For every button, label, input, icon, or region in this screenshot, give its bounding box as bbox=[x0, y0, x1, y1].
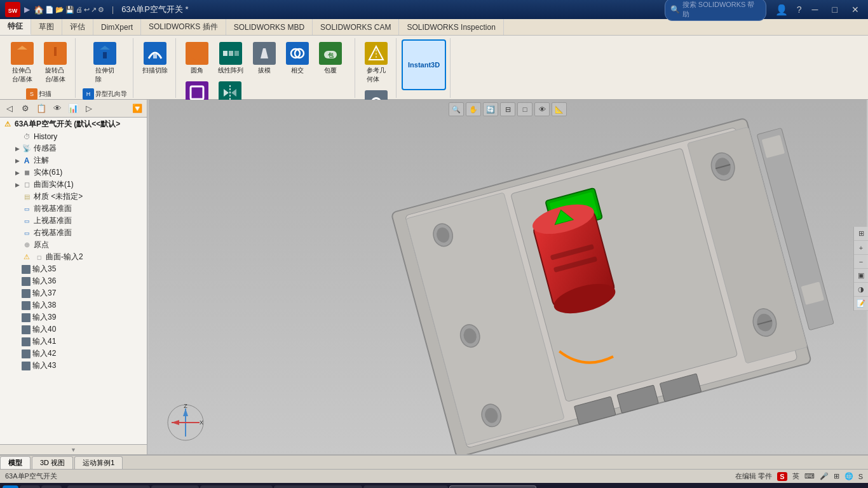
extrude-boss-button[interactable]: 拉伸凸台/基体 bbox=[6, 39, 38, 86]
tree-item-surface-solids[interactable]: ▶ ◻ 曲面实体(1) bbox=[0, 179, 147, 191]
svg-rect-9 bbox=[153, 54, 157, 58]
open-icon[interactable]: 📂 bbox=[55, 6, 64, 14]
minimize-button[interactable]: ─ bbox=[808, 3, 822, 16]
home-icon[interactable]: 🏠 bbox=[34, 5, 44, 15]
tab-sw-cam[interactable]: SOLIDWORKS CAM bbox=[313, 19, 399, 35]
taskbar-ppt-item[interactable]: W 新建 PPT 演示文... bbox=[363, 485, 448, 488]
search-bar[interactable]: 🔍 搜索 SOLIDWORKS 帮助 bbox=[665, 0, 766, 21]
new-icon[interactable]: 📄 bbox=[45, 6, 54, 14]
tree-item-material[interactable]: ▤ 材质 <未指定> bbox=[0, 191, 147, 203]
extrude-cut-button[interactable]: 拉伸切除 bbox=[89, 39, 121, 86]
taskbar-gearbox-item[interactable]: 📁 齿轮驱动机械抓手 bbox=[67, 485, 150, 488]
note-icon[interactable]: 📝 bbox=[854, 297, 868, 311]
fit-view-button[interactable]: ⊞ bbox=[854, 227, 868, 241]
vp-display-icon[interactable]: □ bbox=[517, 102, 532, 116]
wrap-button[interactable]: 包 包覆 bbox=[315, 39, 346, 78]
view-shaded-button[interactable]: ◑ bbox=[854, 283, 868, 297]
intersect-button[interactable]: 相交 bbox=[281, 39, 313, 78]
sidebar-display-button[interactable]: 👁 bbox=[50, 102, 64, 116]
tree-item-input36[interactable]: 输入36 bbox=[0, 275, 147, 287]
print-icon[interactable]: 🖨 bbox=[76, 6, 83, 13]
zoom-out-button[interactable]: − bbox=[854, 255, 868, 269]
tree-item-origin[interactable]: ⊕ 原点 bbox=[0, 239, 147, 251]
gear-icon[interactable]: ⚙ bbox=[98, 6, 104, 14]
draft-label: 拔模 bbox=[258, 66, 271, 75]
tab-sketch[interactable]: 草图 bbox=[31, 19, 62, 35]
tree-item-input43[interactable]: 输入43 bbox=[0, 360, 147, 372]
revolve-boss-button[interactable]: 旋转凸台/基体 bbox=[39, 39, 71, 86]
sidebar-feature-button[interactable]: ⚙ bbox=[18, 102, 32, 116]
start-button[interactable]: ⊞ bbox=[3, 485, 18, 488]
tab-evaluate[interactable]: 评估 bbox=[62, 19, 93, 35]
vp-zoom-icon[interactable]: 🔍 bbox=[449, 102, 464, 116]
linear-pattern-icon bbox=[219, 42, 242, 65]
tree-item-input40[interactable]: 输入40 bbox=[0, 323, 147, 336]
tab-sw-mbd[interactable]: SOLIDWORKS MBD bbox=[226, 19, 313, 35]
tab-sw-plugins[interactable]: SOLIDWORKS 插件 bbox=[141, 19, 226, 35]
sweep-cut-button[interactable]: 扫描切除 bbox=[139, 39, 172, 78]
tree-item-input42[interactable]: 输入42 bbox=[0, 348, 147, 360]
svg-marker-14 bbox=[261, 48, 268, 58]
sidebar-scrollbar-bottom[interactable]: ▼ bbox=[0, 444, 147, 454]
tab-features[interactable]: 特征 bbox=[0, 19, 31, 35]
tree-item-solids[interactable]: ▶ ◼ 实体(61) bbox=[0, 166, 147, 179]
tree-item-right-plane[interactable]: ▭ 右视基准面 bbox=[0, 227, 147, 239]
tab-motion[interactable]: 运动算例1 bbox=[74, 456, 123, 469]
user-icon[interactable]: 👤 bbox=[775, 4, 788, 16]
titlebar-left: SW ▶ 🏠 📄 📂 💾 🖨 ↩ ↗ ⚙ | 63A单P空气开关 * bbox=[5, 2, 189, 17]
tree-item-input39[interactable]: 输入39 bbox=[0, 311, 147, 323]
tree-item-sensors[interactable]: ▶ 📡 传感器 bbox=[0, 142, 147, 154]
tab-model[interactable]: 模型 bbox=[0, 456, 31, 469]
taskbar-email-item[interactable]: ✉ 邱清松 bbox=[151, 485, 199, 488]
tab-3d-view[interactable]: 3D 视图 bbox=[32, 456, 73, 469]
tab-sw-inspection[interactable]: SOLIDWORKS Inspection bbox=[399, 19, 503, 35]
taskbar-folder-item[interactable]: 📁 新建文件夹 (2) bbox=[200, 485, 273, 488]
tree-root-item[interactable]: ⚠ 63A单P空气开关 (默认<<默认> bbox=[0, 118, 147, 131]
vp-rotate-icon[interactable]: 🔄 bbox=[483, 102, 498, 116]
sidebar-filter-button[interactable]: 🔽 bbox=[130, 102, 144, 116]
vp-section-icon[interactable]: ⊟ bbox=[500, 102, 515, 116]
taskbar-sw-item[interactable]: SW SOLIDWORKS P... bbox=[449, 485, 536, 488]
search-button[interactable]: ○ bbox=[20, 485, 40, 488]
tree-item-input38[interactable]: 输入38 bbox=[0, 299, 147, 311]
tree-item-input37[interactable]: 输入37 bbox=[0, 287, 147, 299]
save-icon[interactable]: 💾 bbox=[65, 6, 74, 14]
tree-item-history[interactable]: ⏱ History bbox=[0, 131, 147, 142]
zoom-in-button[interactable]: + bbox=[854, 241, 868, 255]
search-icon: 🔍 bbox=[670, 5, 680, 14]
ref-geometry-button[interactable]: 参考几何体 bbox=[360, 39, 392, 86]
taskbar-chrome-item[interactable]: 🌐 杭州公积金如何一... bbox=[274, 485, 362, 488]
tree-item-input41[interactable]: 输入41 bbox=[0, 336, 147, 348]
sidebar-expand-button[interactable]: ▷ bbox=[82, 102, 96, 116]
sidebar-back-button[interactable]: ◁ bbox=[3, 102, 17, 116]
sweep-boss-button[interactable]: S 扫描 bbox=[24, 88, 53, 100]
select-icon[interactable]: ↗ bbox=[91, 6, 97, 14]
tree-item-top-plane[interactable]: ▭ 上视基准面 bbox=[0, 215, 147, 227]
vp-pan-icon[interactable]: ✋ bbox=[466, 102, 481, 116]
sidebar-config-button[interactable]: 📋 bbox=[34, 102, 48, 116]
vp-view-icon[interactable]: 📐 bbox=[552, 102, 567, 116]
close-button[interactable]: ✕ bbox=[848, 3, 863, 16]
task-view-button[interactable]: ⧉ bbox=[41, 485, 62, 488]
tab-dimxpert[interactable]: DimXpert bbox=[93, 19, 141, 35]
windows-taskbar: ⊞ ○ ⧉ 📁 齿轮驱动机械抓手 ✉ 邱清松 📁 新建文件夹 (2) 🌐 杭州公… bbox=[0, 483, 868, 488]
linear-pattern-button[interactable]: 线性阵列 bbox=[214, 39, 247, 78]
sidebar-property-button[interactable]: 📊 bbox=[66, 102, 80, 116]
tree-item-input35[interactable]: 输入35 bbox=[0, 263, 147, 275]
tree-item-front-plane[interactable]: ▭ 前视基准面 bbox=[0, 203, 147, 215]
hole-wizard-button[interactable]: H 异型孔向导 bbox=[81, 88, 129, 100]
fillet-button[interactable]: 圆角 bbox=[181, 39, 213, 78]
vp-hide-icon[interactable]: 👁 bbox=[534, 102, 550, 116]
ribbon-row-boss-sub: S 扫描 bbox=[24, 88, 53, 100]
solid-icon: ◼ bbox=[22, 168, 32, 178]
help-question-icon[interactable]: ? bbox=[797, 4, 802, 15]
draft-button[interactable]: 拔模 bbox=[248, 39, 280, 78]
tree-item-surface-input2[interactable]: ⚠ ◻ 曲面-输入2 bbox=[0, 251, 147, 263]
tree-item-notes[interactable]: ▶ A 注解 bbox=[0, 154, 147, 166]
nav-arrow-icon[interactable]: ▶ bbox=[24, 5, 30, 14]
instant3d-button[interactable]: Instant3D bbox=[402, 39, 446, 90]
undo-icon[interactable]: ↩ bbox=[84, 6, 90, 14]
view-normal-button[interactable]: ▣ bbox=[854, 269, 868, 283]
maximize-button[interactable]: □ bbox=[829, 3, 841, 16]
viewport[interactable]: 🔍 ✋ 🔄 ⊟ □ 👁 📐 bbox=[147, 100, 868, 454]
